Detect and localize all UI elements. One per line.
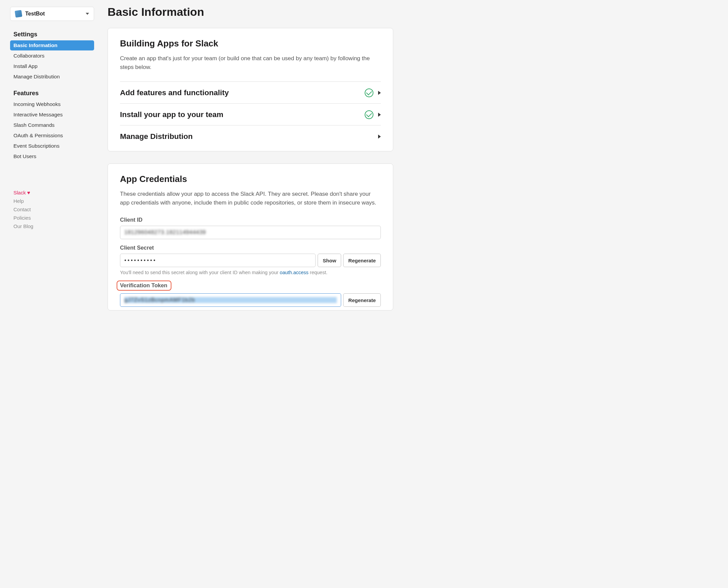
sidebar-item-basic-information[interactable]: Basic Information — [10, 40, 94, 50]
chevron-right-icon — [378, 91, 381, 95]
check-icon — [365, 88, 373, 97]
settings-heading: Settings — [10, 29, 94, 40]
sidebar-item-event-subscriptions[interactable]: Event Subscriptions — [10, 141, 94, 151]
heart-icon: ♥ — [27, 190, 30, 195]
page-title: Basic Information — [108, 5, 393, 19]
accordion-manage-distribution[interactable]: Manage Distribution — [120, 125, 381, 141]
building-apps-card: Building Apps for Slack Create an app th… — [108, 28, 393, 151]
app-icon — [15, 10, 23, 18]
help-text-pre: You'll need to send this secret along wi… — [120, 270, 280, 275]
app-name: TestBot — [25, 11, 82, 17]
credentials-desc: These credentials allow your app to acce… — [120, 190, 381, 208]
app-selector[interactable]: TestBot — [10, 7, 94, 21]
building-title: Building Apps for Slack — [120, 38, 381, 49]
regenerate-token-button[interactable]: Regenerate — [343, 293, 381, 307]
footer-link-contact[interactable]: Contact — [10, 205, 94, 214]
client-secret-help: You'll need to send this secret along wi… — [120, 270, 381, 275]
oauth-access-link[interactable]: oauth.access — [280, 270, 308, 275]
show-button[interactable]: Show — [317, 254, 341, 267]
check-icon — [365, 110, 373, 119]
client-id-field[interactable]: 181296048273.182114944439 — [120, 226, 381, 239]
verification-token-value: gJ7ZvS1zBcnpmAMF1b2b — [124, 297, 337, 303]
chevron-right-icon — [378, 134, 381, 139]
footer-link-help[interactable]: Help — [10, 197, 94, 205]
accordion-add-features[interactable]: Add features and functionality — [120, 81, 381, 103]
client-id-label: Client ID — [120, 217, 381, 223]
verification-token-field[interactable]: gJ7ZvS1zBcnpmAMF1b2b — [120, 293, 341, 307]
sidebar-item-bot-users[interactable]: Bot Users — [10, 151, 94, 162]
client-secret-label: Client Secret — [120, 245, 381, 251]
sidebar-item-interactive-messages[interactable]: Interactive Messages — [10, 110, 94, 120]
sidebar-item-collaborators[interactable]: Collaborators — [10, 51, 94, 61]
client-secret-value: •••••••••• — [124, 257, 311, 264]
sidebar-item-oauth-permissions[interactable]: OAuth & Permissions — [10, 130, 94, 141]
sidebar-item-manage-distribution[interactable]: Manage Distribution — [10, 72, 94, 82]
footer-link-blog[interactable]: Our Blog — [10, 222, 94, 230]
app-credentials-card: App Credentials These credentials allow … — [108, 164, 393, 311]
client-id-value: 181296048273.182114944439 — [124, 229, 376, 235]
footer-link-slack[interactable]: Slack ♥ — [10, 188, 94, 197]
credentials-title: App Credentials — [120, 174, 381, 184]
building-desc: Create an app that's just for your team … — [120, 54, 381, 72]
accordion-label: Manage Distribution — [120, 132, 373, 141]
help-text-post: request. — [309, 270, 327, 275]
client-secret-field[interactable]: •••••••••• — [120, 254, 315, 267]
regenerate-secret-button[interactable]: Regenerate — [343, 254, 381, 267]
footer-link-policies[interactable]: Policies — [10, 214, 94, 222]
accordion-label: Install your app to your team — [120, 110, 360, 119]
footer-slack-label: Slack — [14, 190, 26, 195]
chevron-right-icon — [378, 113, 381, 117]
chevron-down-icon — [86, 13, 89, 15]
sidebar-item-slash-commands[interactable]: Slash Commands — [10, 120, 94, 130]
accordion-label: Add features and functionality — [120, 88, 360, 97]
sidebar-item-incoming-webhooks[interactable]: Incoming Webhooks — [10, 99, 94, 109]
features-heading: Features — [10, 88, 94, 99]
sidebar-item-install-app[interactable]: Install App — [10, 61, 94, 71]
verification-token-label: Verification Token — [117, 280, 171, 291]
accordion-install-app[interactable]: Install your app to your team — [120, 103, 381, 125]
